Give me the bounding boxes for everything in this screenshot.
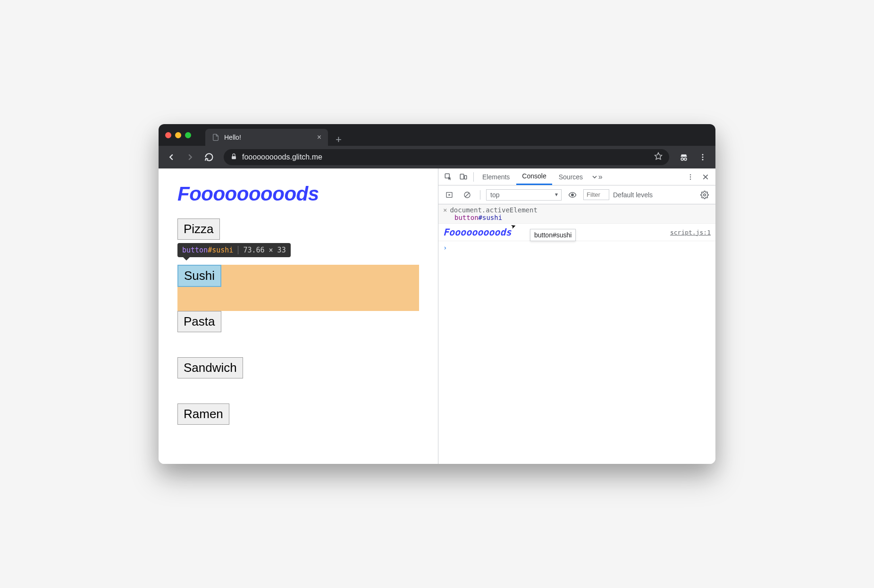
window-controls bbox=[165, 132, 191, 138]
dismiss-eager-icon[interactable]: × bbox=[443, 206, 447, 214]
console-settings-icon[interactable] bbox=[698, 188, 712, 202]
back-button[interactable] bbox=[163, 149, 179, 165]
menu-icon[interactable] bbox=[695, 149, 711, 165]
console-expression: document.activeElement bbox=[450, 206, 537, 214]
browser-tab-active[interactable]: Hello! × bbox=[205, 129, 328, 146]
food-button-pizza[interactable]: Pizza bbox=[177, 218, 220, 240]
svg-point-5 bbox=[702, 157, 704, 158]
result-id: #sushi bbox=[479, 214, 503, 221]
tab-console[interactable]: Console bbox=[516, 168, 552, 185]
svg-point-6 bbox=[702, 159, 704, 160]
url-text: fooooooooods.glitch.me bbox=[242, 153, 322, 161]
separator bbox=[473, 172, 474, 182]
result-tag: button bbox=[454, 214, 479, 221]
devtools-menu-icon[interactable] bbox=[683, 170, 698, 184]
console-sidebar-toggle-icon[interactable] bbox=[442, 188, 456, 202]
close-tab-icon[interactable]: × bbox=[317, 133, 321, 142]
svg-point-4 bbox=[702, 154, 704, 155]
device-toolbar-icon[interactable] bbox=[456, 170, 471, 184]
webpage: Fooooooooods Pizza button#sushi 73.66 × … bbox=[159, 168, 438, 464]
svg-marker-1 bbox=[655, 153, 662, 160]
close-window-button[interactable] bbox=[165, 132, 171, 138]
console-filter-input[interactable] bbox=[583, 189, 609, 200]
food-row-highlighted: button#sushi 73.66 × 33 Sushi bbox=[177, 265, 419, 311]
close-devtools-icon[interactable] bbox=[698, 170, 713, 184]
svg-line-17 bbox=[465, 193, 469, 197]
svg-point-10 bbox=[690, 174, 691, 175]
content-area: Fooooooooods Pizza button#sushi 73.66 × … bbox=[159, 168, 715, 464]
svg-point-12 bbox=[690, 178, 691, 179]
console-log-message: Fooooooooods bbox=[443, 227, 512, 238]
food-row: Sandwich bbox=[177, 357, 419, 403]
toolbar-right bbox=[676, 149, 711, 165]
food-list: Pizza button#sushi 73.66 × 33 Sushi Past… bbox=[177, 218, 419, 450]
address-bar[interactable]: fooooooooods.glitch.me bbox=[224, 149, 669, 165]
console-eager-eval: × document.activeElement button#sushi bbox=[438, 204, 715, 224]
tab-sources[interactable]: Sources bbox=[553, 168, 588, 185]
svg-rect-9 bbox=[464, 176, 467, 179]
clear-console-icon[interactable] bbox=[460, 188, 474, 202]
log-levels-selector[interactable]: Default levels bbox=[613, 191, 653, 199]
food-button-sandwich[interactable]: Sandwich bbox=[177, 357, 243, 378]
file-icon bbox=[212, 134, 219, 141]
context-value: top bbox=[486, 189, 562, 201]
food-button-pasta[interactable]: Pasta bbox=[177, 311, 221, 332]
maximize-window-button[interactable] bbox=[185, 132, 191, 138]
browser-tabs: Hello! × + bbox=[205, 124, 342, 146]
tab-title: Hello! bbox=[224, 134, 241, 141]
tab-elements[interactable]: Elements bbox=[477, 168, 515, 185]
svg-point-2 bbox=[681, 158, 683, 160]
food-row: Pasta bbox=[177, 311, 419, 357]
devtools-panel: Elements Console Sources » bbox=[438, 168, 715, 464]
food-button-sushi[interactable]: Sushi bbox=[177, 265, 221, 287]
console-toolbar: top Default levels bbox=[438, 185, 715, 204]
svg-point-18 bbox=[571, 193, 574, 196]
inspect-element-icon[interactable] bbox=[441, 170, 455, 184]
forward-button[interactable] bbox=[182, 149, 198, 165]
browser-window: Hello! × + fooooooooods.glitch.me bbox=[159, 124, 715, 464]
console-log-source[interactable]: script.js:1 bbox=[670, 229, 711, 236]
food-row: Ramen bbox=[177, 403, 419, 450]
page-title: Fooooooooods bbox=[177, 183, 419, 205]
console-body: × document.activeElement button#sushi ➤ … bbox=[438, 204, 715, 464]
console-prompt[interactable]: › bbox=[438, 241, 715, 254]
bookmark-star-icon[interactable] bbox=[654, 152, 663, 162]
tooltip-tag: button bbox=[182, 246, 208, 254]
console-eager-result[interactable]: button#sushi bbox=[443, 214, 502, 221]
more-tabs-icon[interactable]: » bbox=[589, 170, 604, 184]
svg-rect-8 bbox=[460, 174, 464, 179]
svg-point-3 bbox=[684, 158, 687, 160]
reload-button[interactable] bbox=[201, 149, 217, 165]
svg-point-19 bbox=[704, 193, 706, 196]
separator bbox=[480, 190, 480, 200]
incognito-icon[interactable] bbox=[676, 149, 692, 165]
element-inspector-tooltip: button#sushi 73.66 × 33 bbox=[177, 243, 291, 257]
new-tab-button[interactable]: + bbox=[336, 134, 342, 146]
titlebar: Hello! × + bbox=[159, 124, 715, 146]
browser-toolbar: fooooooooods.glitch.me bbox=[159, 146, 715, 168]
context-selector[interactable]: top bbox=[486, 189, 562, 201]
devtools-tabbar: Elements Console Sources » bbox=[438, 168, 715, 185]
tooltip-id: #sushi bbox=[208, 246, 233, 254]
live-expression-icon[interactable] bbox=[565, 188, 580, 202]
svg-rect-0 bbox=[232, 156, 236, 159]
element-hover-tooltip: button#sushi bbox=[530, 229, 576, 241]
console-log-row: Fooooooooods script.js:1 bbox=[438, 224, 715, 241]
minimize-window-button[interactable] bbox=[175, 132, 181, 138]
food-row: Pizza bbox=[177, 218, 419, 265]
svg-point-11 bbox=[690, 176, 691, 177]
lock-icon bbox=[230, 153, 237, 162]
food-button-ramen[interactable]: Ramen bbox=[177, 403, 229, 425]
tooltip-dimensions: 73.66 × 33 bbox=[238, 246, 286, 254]
